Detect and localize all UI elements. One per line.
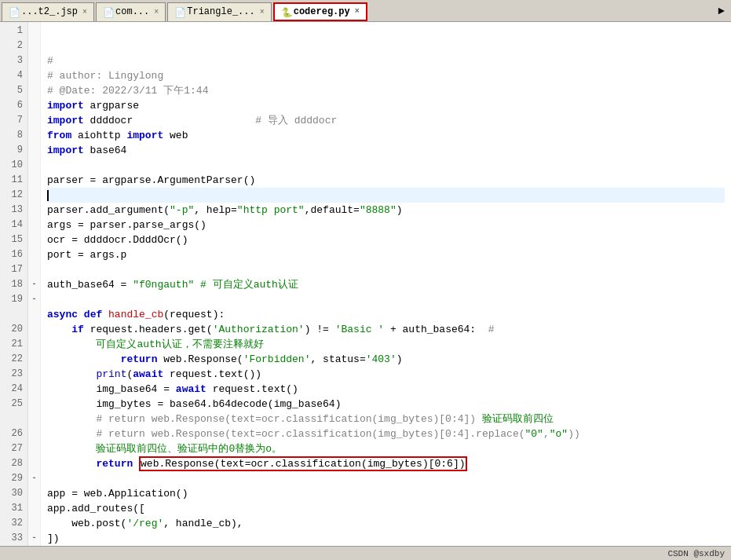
line-25: # return web.Response(text=ocr.classific… [47, 428, 580, 440]
line-31: ]) [47, 533, 60, 544]
collapse-19b [28, 307, 39, 322]
line-18: async def handle_cb(request): [47, 309, 225, 320]
line-28: app = web.Application() [47, 488, 188, 500]
line-19: if request.headers.get('Authorization') … [47, 324, 495, 335]
tab-triangle-label: Triangle_... [187, 6, 254, 17]
tab-jsp-icon: 📄 [9, 7, 18, 16]
tab-com[interactable]: 📄 com... × [96, 2, 166, 21]
tab-jsp[interactable]: 📄 ...t2_.jsp × [2, 2, 94, 21]
collapse-2 [28, 38, 39, 53]
line-2: # author: Lingylong [47, 70, 163, 82]
tab-com-icon: 📄 [103, 7, 112, 16]
collapse-3 [28, 53, 39, 68]
line-12: args = parser.parse_args() [47, 219, 207, 231]
tab-triangle-close[interactable]: × [260, 8, 265, 16]
code-pre: # # author: Lingylong # @Date: 2022/3/11… [47, 53, 725, 546]
collapse-15 [28, 232, 39, 247]
code-editor[interactable]: # # author: Lingylong # @Date: 2022/3/11… [41, 22, 731, 546]
line-19b: 可自定义auth认证，不需要注释就好 [47, 339, 264, 350]
collapse-31 [28, 501, 39, 516]
collapse-26 [28, 426, 39, 441]
collapse-32 [28, 516, 39, 531]
line-9: parser = argparse.ArgumentParser() [47, 174, 255, 186]
collapse-9 [28, 143, 39, 158]
line-22: img_base64 = await request.text() [47, 383, 298, 395]
tab-bar: 📄 ...t2_.jsp × 📄 com... × 📄 Triangle_...… [0, 0, 731, 22]
tab-codereg-icon: 🐍 [281, 7, 291, 16]
collapse-20 [28, 322, 39, 337]
tab-arrow[interactable]: ► [714, 5, 729, 17]
line-21: print(await request.text()) [47, 368, 261, 380]
line-30: web.post('/reg', handle_cb), [47, 518, 243, 529]
tab-com-label: com... [115, 6, 149, 17]
line-4: import argparse [47, 100, 139, 112]
line-26: return web.Response(text=ocr.classificat… [47, 456, 467, 471]
collapse-7 [28, 113, 39, 128]
line-11: parser.add_argument("-p", help="http por… [47, 204, 403, 216]
collapse-5 [28, 83, 39, 98]
collapse-17 [28, 262, 39, 277]
line-16: auth_base64 = "f0ngauth" # 可自定义auth认证 [47, 279, 298, 291]
collapse-21 [28, 337, 39, 352]
line-13: ocr = ddddocr.DdddOcr() [47, 234, 188, 246]
line-7: import base64 [47, 145, 126, 156]
collapse-28 [28, 456, 39, 471]
collapse-1 [28, 24, 39, 38]
collapse-col: ⁃ ⁃ ⁃ ⁃ [28, 22, 41, 546]
collapse-11 [28, 173, 39, 188]
tab-codereg[interactable]: 🐍 codereg.py × [273, 2, 367, 21]
line-10 [47, 188, 725, 203]
line-20: return web.Response('Forbidden', status=… [47, 353, 403, 365]
tab-jsp-label: ...t2_.jsp [21, 6, 78, 17]
line-29: app.add_routes([ [47, 503, 145, 514]
editor-container: 1 2 3 4 5 6 7 8 9 10 11 12 13 14 15 16 1… [0, 22, 731, 546]
collapse-23 [28, 367, 39, 382]
line-14: port = args.p [47, 249, 126, 261]
line-numbers: 1 2 3 4 5 6 7 8 9 10 11 12 13 14 15 16 1… [0, 22, 28, 546]
line-3: # @Date: 2022/3/11 下午1:44 [47, 85, 208, 97]
collapse-14 [28, 218, 39, 232]
collapse-30 [28, 486, 39, 501]
status-csdn: CSDN @sxdby [667, 549, 725, 558]
tab-codereg-label: codereg.py [294, 6, 350, 17]
collapse-6 [28, 98, 39, 113]
collapse-10 [28, 158, 39, 173]
collapse-25b [28, 412, 39, 426]
tab-triangle-icon: 📄 [174, 7, 184, 16]
collapse-16 [28, 247, 39, 262]
collapse-33[interactable]: ⁃ [28, 531, 39, 546]
collapse-12 [28, 188, 39, 203]
collapse-22 [28, 352, 39, 367]
collapse-8 [28, 128, 39, 143]
collapse-27 [28, 441, 39, 456]
line-24: # return web.Response(text=ocr.classific… [47, 413, 554, 425]
collapse-29[interactable]: ⁃ [28, 471, 39, 486]
collapse-4 [28, 68, 39, 83]
line-25b: 验证码取前四位、验证码中的0替换为o。 [47, 443, 282, 455]
tab-com-close[interactable]: × [154, 8, 159, 16]
status-bar: CSDN @sxdby [0, 546, 731, 560]
tab-jsp-close[interactable]: × [82, 8, 87, 16]
collapse-13 [28, 203, 39, 218]
collapse-25 [28, 397, 39, 412]
collapse-19[interactable]: ⁃ [28, 292, 39, 307]
line-23: img_bytes = base64.b64decode(img_base64) [47, 398, 341, 410]
collapse-24 [28, 382, 39, 397]
line-6: from aiohttp import web [47, 130, 188, 141]
line-5: import ddddocr # 导入 ddddocr [47, 115, 337, 126]
tab-triangle[interactable]: 📄 Triangle_... × [167, 2, 271, 21]
tab-codereg-close[interactable]: × [355, 7, 360, 16]
line-1: # [47, 55, 53, 67]
collapse-18[interactable]: ⁃ [28, 277, 39, 292]
